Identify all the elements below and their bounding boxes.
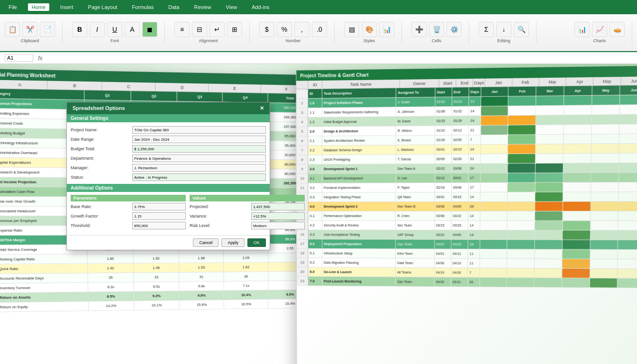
ribbon-group-font: B I U A ◼ Font bbox=[72, 22, 165, 43]
fill-color-icon[interactable]: ◼ bbox=[142, 22, 157, 37]
cancel-button[interactable]: Cancel bbox=[193, 238, 218, 247]
copy-icon[interactable]: 📄 bbox=[40, 22, 55, 37]
find-icon[interactable]: 🔍 bbox=[514, 22, 529, 37]
col-B: B bbox=[47, 81, 102, 91]
formula-input[interactable]: = Capital 360 bbox=[47, 55, 632, 61]
ok-button[interactable]: OK bbox=[247, 238, 266, 247]
wrap-text-icon[interactable]: ↵ bbox=[209, 22, 225, 37]
currency-icon[interactable]: $ bbox=[259, 22, 274, 37]
right-col-dur: Days bbox=[473, 79, 485, 87]
right-col-may: May bbox=[593, 77, 621, 85]
dialog-field-variance: Variance: bbox=[190, 212, 305, 220]
col-A: A bbox=[0, 80, 48, 89]
bold-icon[interactable]: B bbox=[72, 22, 87, 37]
apply-button[interactable]: Apply bbox=[221, 238, 245, 247]
sort-icon[interactable]: ↓ bbox=[496, 22, 511, 37]
ribbon-group-editing: Σ ↓ 🔍 Editing bbox=[479, 22, 537, 43]
risk-level-input[interactable] bbox=[251, 222, 305, 229]
dialog-title-bar: Spreadsheet Options ✕ bbox=[67, 102, 270, 114]
ribbon-icons-cells: ➕ 🗑️ ⚙️ bbox=[411, 22, 462, 37]
right-col-mar: Mar bbox=[539, 78, 566, 86]
ribbon-tab-view[interactable]: View bbox=[222, 3, 241, 11]
ribbon-tab-addins[interactable]: Add-ins bbox=[248, 3, 273, 11]
dialog-field-growth: Growth Factor: bbox=[71, 212, 186, 220]
right-row-num-header bbox=[296, 81, 308, 89]
right-col-task: Task Name bbox=[322, 80, 400, 89]
ribbon-icons-align: ≡ ⊟ ↵ ⊞ bbox=[174, 22, 242, 37]
dialog-col1-title: Parameters bbox=[71, 195, 186, 201]
project-name-input[interactable] bbox=[132, 126, 266, 134]
ribbon-icons-clipboard: 📋 ✂️ 📄 bbox=[5, 22, 55, 37]
ribbon-tab-data[interactable]: Data bbox=[164, 3, 183, 11]
projected-input[interactable] bbox=[251, 203, 305, 210]
comma-icon[interactable]: , bbox=[294, 22, 309, 37]
dialog-title-text: Spreadsheet Options bbox=[73, 105, 125, 111]
pie-chart-icon[interactable]: 🥧 bbox=[610, 22, 625, 37]
ribbon-tab-file[interactable]: File bbox=[5, 3, 21, 11]
dialog-field-manager: Manager: bbox=[71, 164, 266, 172]
dialog-col2-title: Values bbox=[190, 195, 305, 201]
cell-reference-input[interactable] bbox=[5, 54, 33, 62]
dialog-section2-title: Additional Options bbox=[67, 184, 270, 192]
manager-input[interactable] bbox=[132, 164, 266, 172]
department-input[interactable] bbox=[132, 155, 266, 162]
spreadsheet-options-dialog: Spreadsheet Options ✕ General Settings P… bbox=[66, 102, 270, 250]
formula-bar: fx = Capital 360 bbox=[0, 52, 637, 64]
col-E: E bbox=[209, 84, 261, 93]
delete-cells-icon[interactable]: 🗑️ bbox=[429, 22, 444, 37]
ribbon-group-clipboard: 📋 ✂️ 📄 Clipboard bbox=[5, 22, 63, 43]
italic-icon[interactable]: I bbox=[90, 22, 105, 37]
paste-icon[interactable]: 📋 bbox=[5, 22, 20, 37]
date-range-input[interactable] bbox=[132, 136, 266, 143]
ribbon-group-number: $ % , .0 Number bbox=[259, 22, 335, 43]
line-chart-icon[interactable]: 📈 bbox=[592, 22, 607, 37]
dialog-field-budget: Budget Total: bbox=[71, 145, 266, 153]
cell-styles-icon[interactable]: 📊 bbox=[379, 22, 394, 37]
threshold-input[interactable] bbox=[132, 222, 186, 229]
bar-chart-icon[interactable]: 📊 bbox=[574, 22, 590, 37]
styles-label: Styles bbox=[364, 38, 375, 43]
ribbon-icons-editing: Σ ↓ 🔍 bbox=[479, 22, 529, 37]
ribbon-icons-font: B I U A ◼ bbox=[72, 22, 157, 37]
ribbon-tab-review[interactable]: Review bbox=[190, 3, 215, 11]
insert-cells-icon[interactable]: ➕ bbox=[411, 22, 427, 37]
ribbon-tab-pagelayout[interactable]: Page Layout bbox=[84, 3, 121, 11]
table-row: 16 4.3 User Acceptance Testing UAT Group… bbox=[297, 230, 637, 240]
merge-cells-icon[interactable]: ⊞ bbox=[227, 22, 242, 37]
dialog-field-threshold: Threshold: bbox=[71, 222, 186, 229]
right-col-jan: Jan bbox=[485, 78, 512, 87]
base-rate-input[interactable] bbox=[132, 203, 186, 210]
increase-decimal-icon[interactable]: .0 bbox=[312, 22, 327, 37]
align-left-icon[interactable]: ≡ bbox=[174, 22, 190, 37]
font-color-icon[interactable]: A bbox=[125, 22, 140, 37]
variance-input[interactable] bbox=[251, 212, 305, 220]
dialog-field-status: Status: bbox=[71, 173, 266, 181]
underline-icon[interactable]: U bbox=[107, 22, 122, 37]
ribbon-tab-insert[interactable]: Insert bbox=[56, 3, 77, 11]
align-center-icon[interactable]: ⊟ bbox=[192, 22, 207, 37]
table-row: 15 4.2 Security Audit & Review Sec Team … bbox=[297, 221, 637, 231]
table-row: 12 3.3 Integration Testing Phase QA Team… bbox=[297, 192, 637, 202]
dialog-close-icon[interactable]: ✕ bbox=[260, 105, 264, 111]
right-col-apr: Apr bbox=[566, 77, 594, 86]
ribbon-tab-home[interactable]: Home bbox=[28, 3, 49, 11]
right-spreadsheet-panel: Project Timeline & Gantt Chart ID Task N… bbox=[296, 65, 637, 364]
ribbon-tab-formulas[interactable]: Formulas bbox=[128, 3, 157, 11]
format-table-icon[interactable]: 🎨 bbox=[362, 22, 377, 37]
ribbon-group-cells: ➕ 🗑️ ⚙️ Cells bbox=[411, 22, 469, 43]
percent-icon[interactable]: % bbox=[277, 22, 292, 37]
table-row: 11 3.2 Frontend Implementation P. Taylor… bbox=[297, 182, 637, 193]
left-sheet-title: Financial Planning Worksheet bbox=[0, 72, 55, 78]
format-cells-icon[interactable]: ⚙️ bbox=[446, 22, 462, 37]
sum-icon[interactable]: Σ bbox=[479, 22, 494, 37]
clipboard-label: Clipboard bbox=[21, 38, 39, 43]
growth-factor-input[interactable] bbox=[132, 212, 186, 220]
cond-format-icon[interactable]: ▤ bbox=[344, 22, 359, 37]
status-input[interactable] bbox=[132, 173, 266, 181]
dialog-two-col: Parameters Base Rate: Growth Factor: Thr… bbox=[71, 195, 266, 231]
dialog-field-projectname: Project Name: bbox=[71, 126, 266, 134]
ribbon-body: 📋 ✂️ 📄 Clipboard B I U A ◼ Font ≡ ⊟ ↵ ⊞ bbox=[0, 14, 637, 51]
budget-input[interactable] bbox=[132, 145, 266, 153]
cut-icon[interactable]: ✂️ bbox=[22, 22, 37, 37]
editing-label: Editing bbox=[497, 38, 510, 43]
